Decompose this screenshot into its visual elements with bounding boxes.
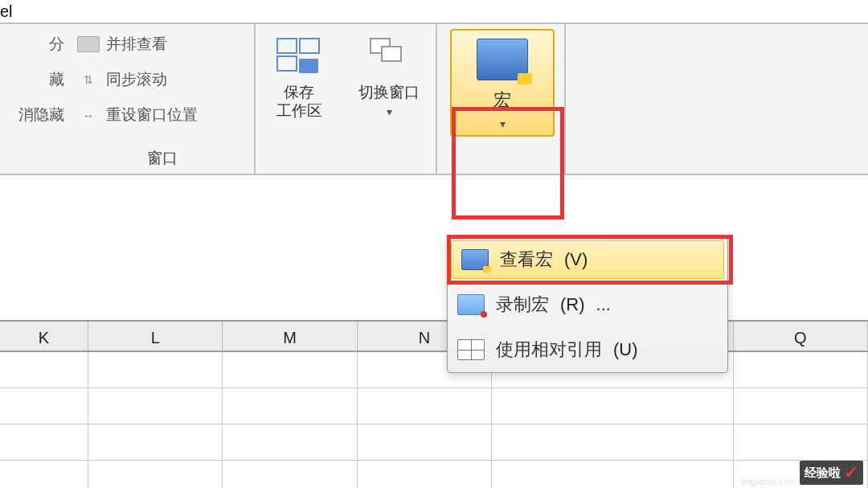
watermark-text: 经验啦 [805, 465, 841, 481]
cell[interactable] [734, 352, 868, 388]
column-headers: K L M N Q [0, 320, 868, 352]
cell[interactable] [734, 388, 868, 424]
ribbon: 分 藏 消隐藏 并排查看 ⇅ 同步滚动 ↔ 重设窗口位置 [0, 23, 868, 175]
cell[interactable] [223, 461, 357, 488]
table-row [0, 461, 868, 488]
cell[interactable] [88, 388, 223, 424]
reset-window-button[interactable]: ↔ 重设窗口位置 [77, 100, 198, 130]
save-workspace-label: 保存 工作区 [276, 84, 322, 121]
save-workspace-icon [276, 38, 321, 75]
chevron-down-icon: ▾ [500, 117, 506, 130]
view-macros-label: 查看宏 [500, 248, 553, 272]
record-macro-hotkey: (R) [560, 294, 585, 315]
cell[interactable] [734, 424, 868, 460]
view-macros-item[interactable]: 查看宏(V) [451, 240, 724, 279]
window-group-label: 窗口 [71, 145, 254, 174]
relative-ref-item[interactable]: 使用相对引用(U) [448, 327, 727, 372]
cell[interactable] [358, 388, 492, 424]
relative-ref-hotkey: (U) [613, 339, 638, 360]
sync-scroll-icon: ⇅ [77, 72, 100, 88]
spreadsheet: K L M N Q [0, 320, 868, 488]
app-title: el [0, 2, 13, 21]
switch-window-label: 切换窗口 [358, 84, 420, 102]
macro-button[interactable]: 宏 ▾ [450, 29, 555, 137]
view-macros-icon [461, 249, 489, 270]
save-workspace-button[interactable]: 保存 工作区 [262, 29, 336, 174]
record-macro-suffix: ... [596, 294, 611, 315]
cell[interactable] [492, 424, 733, 460]
cell[interactable] [223, 424, 357, 460]
col-header[interactable]: K [0, 322, 88, 351]
record-macro-label: 录制宏 [496, 293, 549, 317]
record-macro-icon [457, 294, 485, 315]
cell[interactable] [358, 424, 492, 460]
cell[interactable] [88, 461, 223, 488]
watermark-domain: jingyanla.com [742, 477, 796, 486]
table-row [0, 388, 868, 424]
side-by-side-button[interactable]: 并排查看 [77, 29, 198, 59]
cell[interactable] [88, 352, 223, 388]
macro-label: 宏 [493, 88, 511, 113]
reset-window-icon: ↔ [77, 107, 100, 123]
sync-scroll-button[interactable]: ⇅ 同步滚动 [77, 64, 198, 95]
cell[interactable] [0, 388, 88, 424]
cell[interactable] [0, 461, 88, 488]
cell[interactable] [0, 352, 88, 388]
switch-window-icon [366, 38, 411, 75]
cell[interactable] [358, 461, 492, 488]
relative-ref-icon [457, 339, 485, 360]
watermark: 经验啦 ✓ [800, 461, 863, 485]
split-button[interactable]: 分 [49, 34, 64, 55]
table-row [0, 352, 868, 388]
checkmark-icon: ✓ [844, 462, 858, 483]
cell[interactable] [88, 424, 223, 460]
hide-button[interactable]: 藏 [49, 69, 64, 90]
chevron-down-icon: ▾ [387, 105, 392, 118]
macro-icon [477, 39, 528, 80]
cancel-hide-button[interactable]: 消隐藏 [18, 105, 64, 125]
side-by-side-label: 并排查看 [106, 34, 167, 55]
view-macros-hotkey: (V) [564, 249, 588, 270]
macro-dropdown: 查看宏(V) 录制宏(R)... 使用相对引用(U) [447, 236, 728, 373]
table-row [0, 424, 868, 461]
reset-window-label: 重设窗口位置 [106, 105, 198, 125]
col-header[interactable]: Q [734, 322, 868, 351]
cell[interactable] [492, 461, 733, 488]
cell[interactable] [223, 352, 357, 388]
cell[interactable] [0, 424, 88, 460]
sync-scroll-label: 同步滚动 [106, 69, 167, 90]
relative-ref-label: 使用相对引用 [496, 338, 602, 362]
record-macro-item[interactable]: 录制宏(R)... [448, 282, 727, 327]
col-header[interactable]: M [223, 322, 357, 351]
side-by-side-icon [77, 36, 100, 52]
cell[interactable] [492, 388, 733, 424]
cell[interactable] [223, 388, 357, 424]
col-header[interactable]: L [88, 322, 223, 351]
switch-window-button[interactable]: 切换窗口 ▾ [349, 29, 429, 174]
